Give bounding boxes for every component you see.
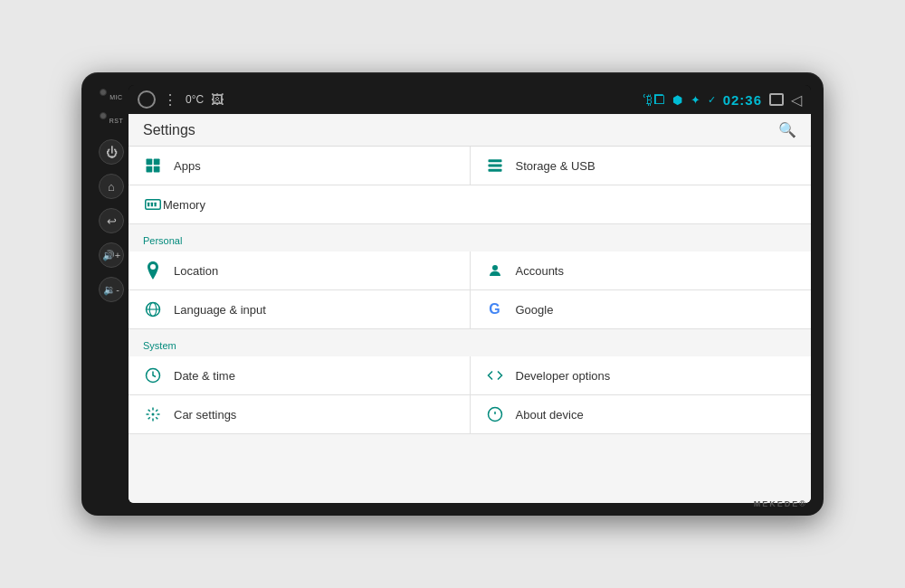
volume-down-button[interactable]: 🔉- bbox=[99, 277, 124, 302]
language-input-label: Language & input bbox=[174, 303, 266, 317]
status-circle-icon bbox=[138, 90, 156, 109]
svg-rect-4 bbox=[154, 166, 160, 173]
apps-storage-row: Apps Storage & USB bbox=[129, 147, 811, 185]
bluetooth-icon: ʿ₿⧠ bbox=[643, 92, 665, 107]
storage-icon bbox=[485, 156, 505, 175]
status-bar: ⋮ 0°C 🖼 ʿ₿⧠ ⬢ ✦ ✓ 02:36 ◁ bbox=[129, 85, 811, 114]
datetime-developer-row: Date & time Developer options bbox=[129, 356, 811, 395]
memory-label: Memory bbox=[163, 198, 205, 212]
location-accounts-row: Location Accounts bbox=[129, 251, 811, 290]
clock-icon bbox=[143, 365, 163, 385]
image-icon: 🖼 bbox=[211, 92, 224, 107]
svg-rect-2 bbox=[154, 159, 160, 166]
volume-up-icon: 🔊+ bbox=[102, 250, 120, 261]
signal-check: ✓ bbox=[708, 94, 716, 106]
svg-rect-5 bbox=[488, 159, 501, 162]
search-button[interactable]: 🔍 bbox=[778, 121, 796, 138]
settings-content: Apps Storage & USB Memory bbox=[129, 147, 811, 503]
location-icon bbox=[143, 261, 163, 280]
language-input-item[interactable]: Language & input bbox=[129, 290, 471, 328]
memory-icon bbox=[143, 194, 163, 214]
volume-up-button[interactable]: 🔊+ bbox=[99, 242, 124, 268]
personal-section-header: Personal bbox=[129, 224, 811, 251]
google-label: Google bbox=[516, 303, 554, 317]
apps-icon bbox=[143, 156, 163, 175]
screen: ⋮ 0°C 🖼 ʿ₿⧠ ⬢ ✦ ✓ 02:36 ◁ Settings 🔍 bbox=[129, 85, 811, 503]
car-settings-label: Car settings bbox=[174, 408, 236, 422]
menu-icon[interactable]: ⋮ bbox=[163, 91, 178, 109]
apps-label: Apps bbox=[174, 159, 201, 173]
brand-label: MEKEDE® bbox=[754, 499, 807, 508]
system-section-title: System bbox=[143, 340, 176, 351]
language-icon bbox=[143, 299, 163, 319]
accounts-item[interactable]: Accounts bbox=[471, 251, 812, 289]
device-frame: MIC RST ⏻ ⌂ ↩ 🔊+ 🔉- ⋮ 0°C bbox=[81, 72, 824, 516]
datetime-item[interactable]: Date & time bbox=[129, 356, 471, 394]
settings-title: Settings bbox=[143, 122, 195, 138]
svg-point-12 bbox=[492, 265, 498, 270]
google-icon: G bbox=[485, 299, 505, 319]
rst-dot bbox=[100, 112, 107, 119]
about-device-item[interactable]: About device bbox=[471, 395, 812, 433]
power-icon: ⏻ bbox=[106, 146, 118, 159]
developer-options-label: Developer options bbox=[516, 369, 611, 383]
home-button[interactable]: ⌂ bbox=[99, 174, 124, 199]
side-controls: MIC RST ⏻ ⌂ ↩ 🔊+ 🔉- bbox=[94, 85, 129, 503]
temperature-display: 0°C bbox=[186, 93, 204, 106]
car-settings-item[interactable]: Car settings bbox=[129, 395, 471, 433]
clock-display: 02:36 bbox=[723, 92, 762, 108]
car-icon bbox=[143, 404, 163, 424]
volume-down-icon: 🔉- bbox=[103, 284, 119, 296]
car-about-row: Car settings About device bbox=[129, 395, 811, 434]
about-icon bbox=[485, 404, 505, 424]
accounts-icon bbox=[485, 261, 505, 280]
home-icon: ⌂ bbox=[108, 180, 115, 194]
storage-usb-item[interactable]: Storage & USB bbox=[471, 147, 812, 185]
location-item[interactable]: Location bbox=[129, 251, 471, 289]
svg-rect-11 bbox=[155, 203, 157, 207]
window-icon[interactable] bbox=[769, 93, 784, 106]
svg-rect-3 bbox=[147, 166, 153, 173]
back-icon: ↩ bbox=[107, 214, 117, 228]
apps-item[interactable]: Apps bbox=[129, 147, 471, 185]
datetime-label: Date & time bbox=[174, 369, 235, 383]
bluetooth-symbol: ✦ bbox=[691, 93, 700, 107]
settings-header: Settings 🔍 bbox=[129, 114, 811, 147]
personal-section-title: Personal bbox=[143, 235, 182, 246]
mic-dot bbox=[100, 89, 107, 96]
location-label: Location bbox=[174, 264, 218, 278]
back-arrow-icon[interactable]: ◁ bbox=[791, 91, 802, 109]
svg-rect-1 bbox=[147, 159, 153, 166]
svg-rect-10 bbox=[151, 203, 153, 207]
about-device-label: About device bbox=[516, 408, 584, 422]
storage-usb-label: Storage & USB bbox=[516, 159, 595, 173]
mic-label: MIC bbox=[110, 94, 122, 100]
developer-icon bbox=[485, 365, 505, 385]
google-item[interactable]: G Google bbox=[471, 290, 812, 328]
power-button[interactable]: ⏻ bbox=[99, 139, 124, 165]
memory-item[interactable]: Memory bbox=[129, 185, 811, 224]
accounts-label: Accounts bbox=[516, 264, 564, 278]
svg-rect-9 bbox=[148, 203, 149, 207]
language-google-row: Language & input G Google bbox=[129, 290, 811, 329]
bluetooth-icon-svg: ⬢ bbox=[672, 92, 683, 107]
system-section-header: System bbox=[129, 329, 811, 356]
settings-screen: Settings 🔍 Apps bbox=[129, 114, 811, 503]
developer-options-item[interactable]: Developer options bbox=[471, 356, 812, 394]
svg-point-17 bbox=[152, 413, 155, 416]
svg-rect-7 bbox=[488, 169, 501, 172]
rst-label: RST bbox=[110, 118, 124, 124]
back-button[interactable]: ↩ bbox=[99, 208, 124, 233]
svg-text:⬢: ⬢ bbox=[672, 93, 682, 107]
svg-rect-6 bbox=[488, 165, 501, 167]
